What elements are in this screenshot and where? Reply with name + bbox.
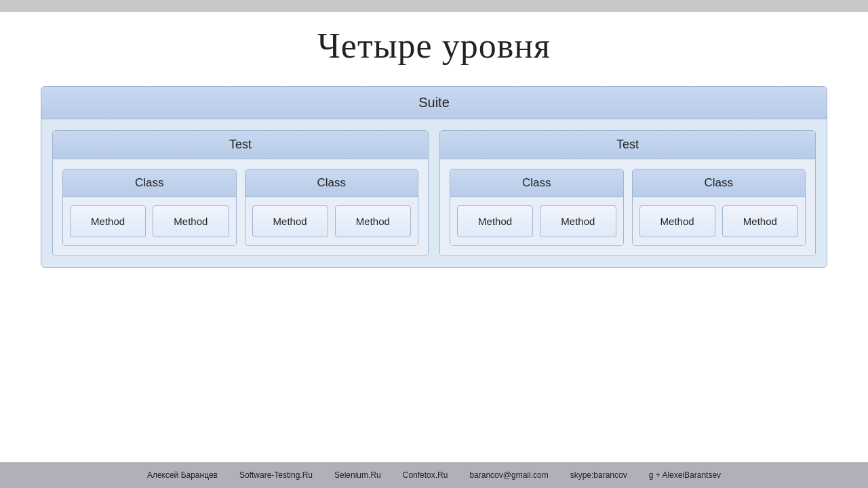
page-title: Четыре уровня <box>317 26 551 66</box>
footer-link-6: skype:barancov <box>570 470 627 480</box>
method-box-2-1-1: Method <box>457 205 533 237</box>
test-inner-1: Class Method Method Class Method Method <box>53 159 428 256</box>
footer-link-5: barancov@gmail.com <box>469 470 548 480</box>
class-box-1-2: Class Method Method <box>245 169 419 246</box>
method-box-1-2-2: Method <box>335 205 411 237</box>
class-box-1-1: Class Method Method <box>62 169 237 246</box>
footer-link-2: Software-Testing.Ru <box>239 470 313 480</box>
class-header-1-2: Class <box>245 169 418 197</box>
class-inner-2-2: Method Method <box>633 197 806 245</box>
suite-header: Suite <box>41 87 827 119</box>
test-header-2: Test <box>440 131 815 159</box>
test-inner-2: Class Method Method Class Method Method <box>440 159 815 256</box>
class-inner-1-2: Method Method <box>245 197 418 245</box>
class-box-2-1: Class Method Method <box>450 169 624 246</box>
method-box-2-1-2: Method <box>540 205 616 237</box>
class-header-2-1: Class <box>450 169 623 197</box>
method-box-1-1-2: Method <box>153 205 229 237</box>
main-content: Четыре уровня Suite Test Class Method Me… <box>0 12 868 462</box>
footer-link-7: g + AlexeiBarantsev <box>649 470 721 480</box>
footer-link-4: Confetox.Ru <box>403 470 448 480</box>
footer-bar: Алексей Баранцев Software-Testing.Ru Sel… <box>0 462 868 488</box>
class-inner-1-1: Method Method <box>63 197 236 245</box>
class-box-2-2: Class Method Method <box>632 169 806 246</box>
footer-link-1: Алексей Баранцев <box>147 470 218 480</box>
method-box-2-2-2: Method <box>722 205 798 237</box>
class-inner-2-1: Method Method <box>450 197 623 245</box>
footer-link-3: Selenium.Ru <box>334 470 381 480</box>
method-box-1-2-1: Method <box>252 205 328 237</box>
method-box-1-1-1: Method <box>70 205 146 237</box>
test-box-2: Test Class Method Method Class <box>439 130 816 256</box>
class-header-2-2: Class <box>633 169 806 197</box>
suite-inner: Test Class Method Method Class <box>41 119 827 267</box>
suite-container: Suite Test Class Method Method <box>41 86 827 268</box>
method-box-2-2-1: Method <box>639 205 715 237</box>
top-bar <box>0 0 868 12</box>
class-header-1-1: Class <box>63 169 236 197</box>
test-box-1: Test Class Method Method Class <box>52 130 429 256</box>
test-header-1: Test <box>53 131 428 159</box>
